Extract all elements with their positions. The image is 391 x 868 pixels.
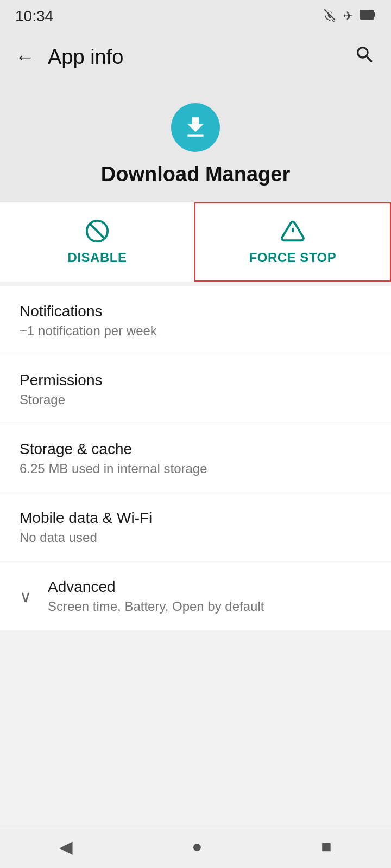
svg-rect-2 — [374, 12, 375, 17]
notifications-text: Notifications ~1 notification per week — [20, 303, 371, 339]
app-header: Download Manager — [0, 81, 391, 202]
home-nav-button[interactable]: ● — [192, 837, 202, 857]
notifications-item[interactable]: Notifications ~1 notification per week — [0, 286, 391, 355]
disable-button[interactable]: DISABLE — [0, 202, 194, 282]
search-button[interactable] — [354, 44, 376, 71]
svg-line-4 — [90, 224, 104, 238]
mute-icon — [323, 8, 337, 25]
permissions-item[interactable]: Permissions Storage — [0, 355, 391, 424]
battery-icon — [360, 9, 376, 24]
page-title: App info — [48, 46, 354, 69]
storage-cache-subtitle: 6.25 MB used in internal storage — [20, 461, 371, 476]
permissions-subtitle: Storage — [20, 392, 371, 407]
disable-label: DISABLE — [68, 250, 127, 265]
mobile-data-subtitle: No data used — [20, 530, 371, 545]
settings-list: Notifications ~1 notification per week P… — [0, 286, 391, 631]
storage-cache-text: Storage & cache 6.25 MB used in internal… — [20, 441, 371, 476]
app-name: Download Manager — [101, 163, 290, 186]
chevron-down-icon: ∨ — [20, 587, 31, 606]
notifications-title: Notifications — [20, 303, 371, 320]
permissions-text: Permissions Storage — [20, 372, 371, 407]
mobile-data-text: Mobile data & Wi-Fi No data used — [20, 509, 371, 545]
permissions-title: Permissions — [20, 372, 371, 389]
recents-nav-button[interactable]: ■ — [321, 837, 331, 857]
action-row: DISABLE FORCE STOP — [0, 202, 391, 282]
mobile-data-item[interactable]: Mobile data & Wi-Fi No data used — [0, 493, 391, 562]
storage-cache-title: Storage & cache — [20, 441, 371, 458]
notifications-subtitle: ~1 notification per week — [20, 323, 371, 339]
status-bar: 10:34 ✈ — [0, 0, 391, 33]
storage-cache-item[interactable]: Storage & cache 6.25 MB used in internal… — [0, 424, 391, 493]
advanced-text: Advanced Screen time, Battery, Open by d… — [48, 578, 371, 614]
mobile-data-title: Mobile data & Wi-Fi — [20, 509, 371, 527]
force-stop-button[interactable]: FORCE STOP — [194, 202, 391, 282]
force-stop-label: FORCE STOP — [249, 250, 337, 265]
top-bar: ← App info — [0, 33, 391, 81]
airplane-icon: ✈ — [343, 9, 353, 23]
status-icons: ✈ — [323, 8, 376, 25]
advanced-subtitle: Screen time, Battery, Open by default — [48, 599, 371, 614]
advanced-item[interactable]: ∨ Advanced Screen time, Battery, Open by… — [0, 562, 391, 631]
status-time: 10:34 — [15, 8, 53, 25]
svg-rect-1 — [360, 10, 374, 19]
back-button[interactable]: ← — [15, 46, 35, 68]
bottom-nav: ◀ ● ■ — [0, 825, 391, 868]
advanced-title: Advanced — [48, 578, 371, 596]
back-nav-button[interactable]: ◀ — [59, 837, 73, 857]
app-icon — [171, 103, 220, 152]
